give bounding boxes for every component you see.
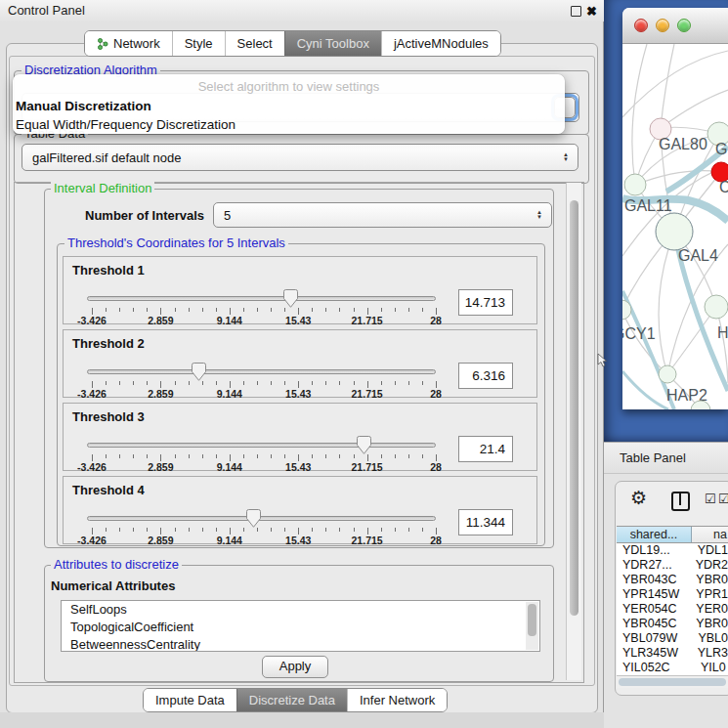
slider-tick (119, 454, 120, 458)
slider-tick (202, 308, 203, 312)
threshold-value-input[interactable] (458, 436, 513, 462)
cell-name[interactable]: YLR3 (689, 646, 728, 661)
threshold-slider[interactable]: -3.4262.8599.14415.4321.71528 (87, 330, 436, 399)
cell-shared-name[interactable]: YIL052C (617, 661, 692, 675)
slider-thumb[interactable] (246, 509, 261, 528)
tab-jactivemnodules[interactable]: jActiveMNodules (381, 31, 500, 56)
attributes-list-scrollbar[interactable] (526, 602, 538, 650)
table-row[interactable]: YBR045CYBR0 (617, 617, 728, 631)
dropdown-option-equal-width-frequency[interactable]: Equal Width/Frequency Discretization (13, 115, 565, 134)
slider-track[interactable] (87, 443, 436, 448)
cell-shared-name[interactable]: YLR345W (617, 646, 689, 661)
attribute-item[interactable]: TopologicalCoefficient (62, 619, 539, 636)
vertical-scrollbar[interactable] (566, 183, 581, 680)
slider-thumb[interactable] (283, 289, 298, 308)
threshold-slider[interactable]: -3.4262.8599.14415.4321.71528 (87, 404, 436, 472)
slider-tick (271, 528, 272, 532)
attribute-item[interactable]: SelfLoops (62, 601, 539, 619)
threshold-slider[interactable]: -3.4262.8599.14415.4321.71528 (87, 477, 436, 545)
network-canvas[interactable]: GAL80GCGAL11GAL4GCY1HHAP2 (622, 44, 728, 409)
table-row[interactable]: YDR27...YDR2 (617, 558, 728, 573)
column-header-shared-name[interactable]: shared... (617, 527, 692, 542)
slider-tick (436, 528, 437, 535)
table-row[interactable]: YBL079WYBL0 (617, 631, 728, 646)
tab-impute-data[interactable]: Impute Data (144, 689, 236, 711)
slider-tick-label: 21.715 (352, 535, 383, 546)
table-row[interactable]: YDL19...YDL1 (617, 543, 728, 558)
cell-name[interactable]: YBL0 (689, 631, 728, 646)
tab-select[interactable]: Select (225, 31, 284, 56)
tab-style[interactable]: Style (172, 31, 225, 56)
cell-shared-name[interactable]: YBL079W (617, 631, 689, 646)
slider-thumb[interactable] (357, 436, 371, 454)
gear-icon[interactable]: ⚙ (630, 488, 647, 509)
cell-name[interactable]: YBR0 (687, 617, 728, 631)
close-traffic-light-icon[interactable] (634, 19, 648, 32)
tab-network[interactable]: Network (85, 31, 172, 56)
cell-name[interactable]: YBR0 (687, 573, 728, 587)
network-node-hap2[interactable] (659, 365, 676, 383)
column-header-name[interactable]: na (692, 527, 728, 542)
cell-shared-name[interactable]: YPR145W (617, 587, 687, 602)
cell-name[interactable]: YDL1 (689, 543, 728, 558)
cell-shared-name[interactable]: YBR045C (617, 617, 687, 631)
minimize-traffic-light-icon[interactable] (656, 19, 669, 32)
table-row[interactable]: YBR043CYBR0 (617, 573, 728, 587)
scrollbar-thumb[interactable] (619, 678, 726, 686)
cell-shared-name[interactable]: YDL19... (617, 543, 689, 558)
node-label: GAL4 (678, 247, 718, 264)
threshold-value-input[interactable] (458, 363, 513, 389)
network-node-gal4[interactable] (656, 213, 693, 250)
dropdown-option-manual-discretization[interactable]: Manual Discretization (13, 97, 565, 115)
network-edge[interactable] (632, 44, 647, 185)
network-window-titlebar (622, 8, 728, 44)
slider-track[interactable] (87, 516, 436, 521)
threshold-slider[interactable]: -3.4262.8599.14415.4321.71528 (87, 257, 436, 325)
network-node-gal11[interactable] (624, 174, 646, 195)
slider-tick (189, 528, 190, 532)
tab-cyni-toolbox[interactable]: Cyni Toolbox (284, 31, 381, 56)
slider-track[interactable] (87, 369, 436, 374)
checked-checkbox-icon[interactable]: ☑ (718, 492, 728, 506)
table-data-combobox[interactable]: galFiltered.sif default node ▲ ▼ (21, 144, 578, 171)
slider-tick (367, 454, 368, 461)
float-window-icon[interactable] (571, 6, 581, 17)
tab-discretize-data[interactable]: Discretize Data (236, 689, 347, 711)
columns-icon[interactable] (671, 492, 690, 511)
attribute-item[interactable]: BetweennessCentrality (62, 636, 539, 652)
table-row[interactable]: YPR145WYPR1 (617, 587, 728, 602)
number-of-intervals-combobox[interactable]: 5 ▲ ▼ (213, 202, 552, 228)
numerical-attributes-list[interactable]: SelfLoopsTopologicalCoefficientBetweenne… (61, 600, 540, 652)
network-node-h[interactable] (705, 295, 728, 319)
table-row[interactable]: YER054CYER0 (617, 602, 728, 617)
network-edge[interactable] (661, 44, 674, 128)
slider-tick (354, 528, 355, 532)
slider-tick (257, 454, 258, 458)
arrow-down-icon: ▼ (536, 215, 542, 220)
zoom-traffic-light-icon[interactable] (677, 19, 691, 32)
cell-name[interactable]: YDR2 (687, 558, 728, 573)
threshold-value-input[interactable] (458, 289, 513, 316)
cell-shared-name[interactable]: YDR27... (617, 558, 687, 573)
slider-thumb[interactable] (192, 363, 206, 381)
apply-button[interactable]: Apply (262, 656, 328, 678)
slider-tick (160, 454, 161, 461)
table-row[interactable]: YLR345WYLR3 (617, 646, 728, 661)
slider-tick (339, 528, 340, 532)
slider-track[interactable] (87, 296, 436, 301)
cell-name[interactable]: YER0 (687, 602, 728, 617)
cell-shared-name[interactable]: YER054C (617, 602, 687, 617)
tab-infer-network[interactable]: Infer Network (347, 689, 447, 711)
slider-tick (230, 528, 231, 535)
close-icon[interactable]: ✖ (586, 1, 597, 22)
table-row[interactable]: YIL052CYIL0 (617, 661, 728, 675)
scrollbar-thumb[interactable] (528, 604, 536, 636)
threshold-value-input[interactable] (458, 509, 513, 535)
network-edge[interactable] (622, 51, 728, 117)
scrollbar-thumb[interactable] (570, 200, 578, 616)
checked-checkbox-icon[interactable]: ☑ (705, 492, 716, 506)
cell-name[interactable]: YIL0 (692, 661, 726, 675)
cell-shared-name[interactable]: YBR043C (617, 573, 687, 587)
cell-name[interactable]: YPR1 (687, 587, 728, 602)
table-horizontal-scrollbar[interactable] (617, 675, 728, 688)
